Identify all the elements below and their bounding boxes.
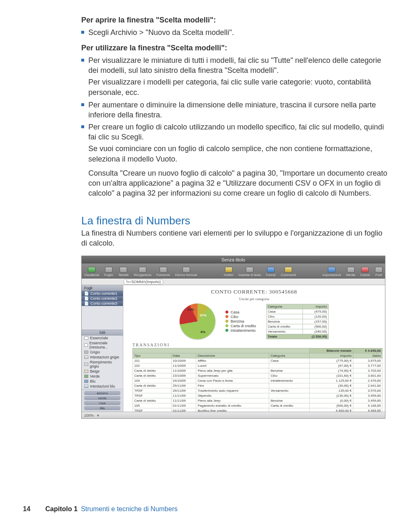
sheet-row[interactable]: 📄Conto corrente2 — [82, 296, 123, 301]
bullet-open-1: Scegli Archivio > "Nuovo da Scelta model… — [81, 27, 390, 37]
tb-sheet[interactable]: Foglio — [104, 267, 113, 277]
sidebar-tab-sheets[interactable]: Fogli — [82, 285, 123, 291]
use-heading: Per utilizzare la finestra "Scelta model… — [81, 43, 390, 53]
legend-dot-icon — [225, 329, 228, 332]
function-icon — [160, 267, 167, 273]
style-swatch-icon — [84, 363, 88, 366]
page-footer: 14 Capitolo 1 Strumenti e tecniche di Nu… — [23, 505, 178, 513]
styles-header: Stili — [82, 330, 123, 336]
style-row[interactable]: Blu — [82, 379, 123, 384]
zoom-level[interactable]: 100% — [84, 413, 94, 418]
style-swatch-icon — [84, 370, 88, 373]
canvas-area: CONTO CORRENTE: 300545668 Uscite per cat… — [123, 285, 385, 412]
chapter-label: Capitolo 1 — [45, 505, 78, 513]
tb-func[interactable]: Funzione — [156, 267, 170, 277]
pie-legend: CasaCiboBenzinaCarta di creditoIntratten… — [225, 310, 256, 333]
toolbar: Visualizza Foglio Tabelle Riorganizza Fu… — [82, 264, 385, 278]
section-title: La finestra di Numbers — [81, 214, 390, 227]
style-swatch-icon — [84, 355, 88, 359]
tb-color[interactable]: Colore — [360, 267, 370, 277]
tb-shapes[interactable]: Forme — [266, 267, 276, 277]
bullet-text: Scegli Archivio > "Nuovo da Scelta model… — [88, 27, 390, 37]
bullet-use-3c: Consulta "Creare un nuovo foglio di calc… — [88, 168, 390, 199]
tb-chart[interactable]: Grafici — [224, 267, 233, 277]
open-heading: Per aprire la finestra "Scelta modelli": — [81, 15, 390, 25]
capsule[interactable]: rosa — [84, 401, 120, 405]
status-bar: 100% ▾ — [82, 412, 385, 418]
bullet-use-3: Per creare un foglio di calcolo utilizza… — [81, 122, 390, 142]
numbers-window-screenshot: Senza titolo Visualizza Foglio Tabelle R… — [81, 256, 385, 419]
style-row[interactable]: Intestazioni blu — [82, 384, 123, 389]
style-row[interactable]: Verde — [82, 374, 123, 379]
sheet-icon — [105, 267, 112, 273]
tb-reorg[interactable]: Riorganizza — [134, 267, 151, 277]
square-bullet-icon — [81, 125, 84, 128]
tb-comment[interactable]: Commenti — [281, 267, 296, 277]
tb-font[interactable]: Font — [375, 267, 382, 277]
shapes-icon — [267, 267, 275, 273]
sheet-row[interactable]: 📄Conto corrente3 — [82, 301, 123, 306]
pie-chart[interactable]: 11% 37% 6% — [180, 303, 215, 339]
bullet-use-1b: Per visualizzare i modelli per categoria… — [88, 77, 390, 97]
bullet-use-1: Per visualizzare le miniature di tutti i… — [81, 55, 390, 76]
tb-text[interactable]: Casella di testo — [238, 267, 261, 277]
tb-media[interactable]: Media — [346, 267, 355, 277]
legend-dot-icon — [225, 311, 228, 313]
window-titlebar: Senza titolo — [82, 256, 385, 264]
transactions-title: TRANSAZIONI — [132, 343, 385, 347]
sidebar: Fogli 📄Conto corrente1 📄Conto corrente2 … — [82, 285, 123, 412]
legend-dot-icon — [225, 315, 228, 318]
page-number: 14 — [23, 505, 30, 513]
view-icon — [88, 267, 95, 273]
style-row[interactable]: Grigio — [82, 350, 123, 355]
tb-tables[interactable]: Tabelle — [118, 267, 129, 277]
zoom-dropdown-icon[interactable]: ▾ — [97, 413, 99, 418]
transactions-table[interactable]: Bilancio Iniziale€ 4.650,00TipoDataDescr… — [132, 348, 382, 412]
font-icon — [375, 267, 382, 273]
style-swatch-icon — [84, 343, 88, 347]
color-icon — [361, 267, 369, 273]
square-bullet-icon — [81, 103, 84, 106]
bullet-text: Per visualizzare le miniature di tutti i… — [88, 55, 390, 76]
inspector-icon — [328, 267, 335, 273]
pie-label: 37% — [200, 313, 206, 317]
comment-icon — [285, 267, 292, 273]
legend-dot-icon — [225, 320, 228, 323]
formula-text: =SOMMA(Importo) — [129, 280, 161, 284]
bullet-text: Per aumentare o diminuire la dimensione … — [88, 100, 390, 120]
capsule[interactable]: verde — [84, 396, 120, 400]
bullet-use-2: Per aumentare o diminuire la dimensione … — [81, 100, 390, 120]
style-swatch-icon — [84, 351, 88, 354]
capsule[interactable]: lilla — [84, 406, 120, 410]
formula-bar: fx =SOMMA(Importo) — [82, 278, 385, 285]
section-desc: La finestra di Numbers contiene vari ele… — [81, 228, 390, 249]
sheet-row[interactable]: 📄Conto corrente1 — [82, 291, 123, 296]
style-swatch-icon — [84, 336, 88, 340]
summary-table[interactable]: CategoriaImportoCasa(475,00)Cibo(120,00)… — [266, 304, 329, 339]
style-swatch-icon — [84, 385, 88, 388]
capsule-row: azzurro verde rosa lilla — [82, 389, 123, 412]
style-row[interactable]: Essenziale — [82, 336, 123, 341]
style-row[interactable]: Beige — [82, 369, 123, 374]
chapter-name: Strumenti e tecniche di Numbers — [81, 505, 178, 513]
tb-inspector[interactable]: Impostazioni — [322, 267, 341, 277]
style-swatch-icon — [84, 380, 88, 383]
style-row[interactable]: Riempimento grigio — [82, 360, 123, 369]
capsule[interactable]: azzurro — [84, 391, 120, 395]
bullet-text: Per creare un foglio di calcolo utilizza… — [88, 122, 390, 142]
tb-formlist[interactable]: Elenco formule — [175, 267, 197, 277]
square-bullet-icon — [81, 59, 84, 62]
formula-list-icon — [182, 267, 190, 273]
pie-label: 11% — [187, 308, 194, 311]
bullet-use-3b: Se vuoi cominciare con un foglio di calc… — [88, 144, 390, 164]
media-icon — [347, 267, 355, 273]
sheet-title: CONTO CORRENTE: 300545668 — [123, 288, 385, 295]
chart-title: Uscite per categoria — [123, 297, 385, 301]
style-row[interactable]: Essenziale (nessuna... — [82, 341, 123, 350]
square-bullet-icon — [81, 31, 84, 34]
tb-view[interactable]: Visualizza — [84, 267, 99, 277]
formula-field[interactable]: fx =SOMMA(Importo) — [123, 279, 163, 285]
style-swatch-icon — [84, 375, 88, 378]
fx-icon: fx — [126, 280, 129, 284]
style-row[interactable]: Intestazioni grigie — [82, 355, 123, 360]
